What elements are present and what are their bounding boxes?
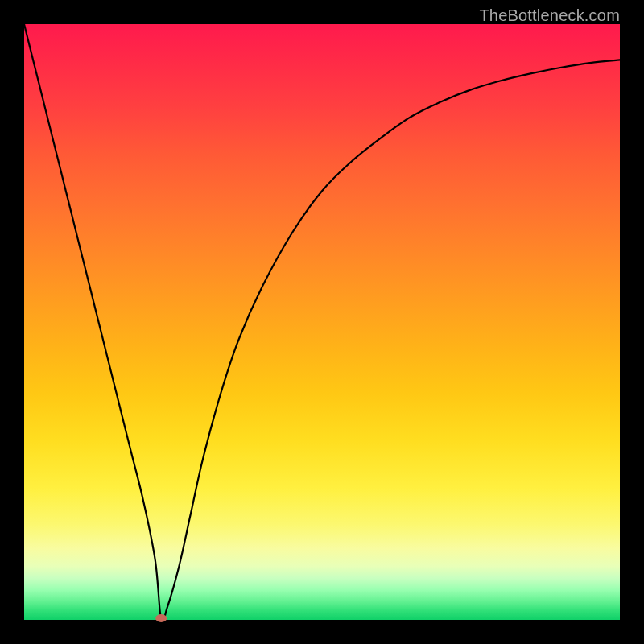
bottleneck-curve-path [24, 24, 620, 623]
attribution-label: TheBottleneck.com [479, 6, 620, 25]
bottleneck-curve [24, 24, 620, 620]
chart-frame: TheBottleneck.com [0, 0, 644, 644]
minimum-marker [155, 614, 167, 622]
